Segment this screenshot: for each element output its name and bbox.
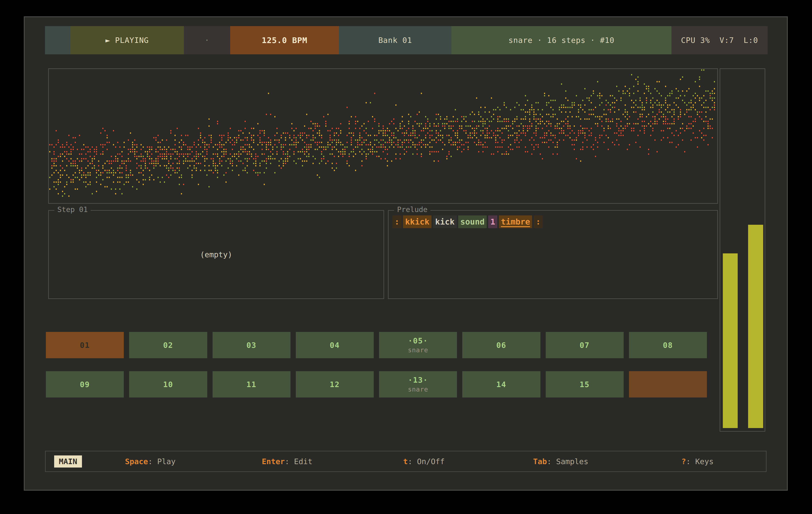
pattern-label: snare · 16 steps · #10 — [509, 36, 614, 44]
step-button-16[interactable] — [629, 371, 707, 397]
transport-label: ► PLAYING — [105, 36, 149, 44]
step-button-10[interactable]: 10 — [129, 371, 207, 397]
step-inspector-empty: (empty) — [49, 211, 383, 298]
step-button-09[interactable]: 09 — [46, 371, 124, 397]
system-stats: CPU 3% V:7 L:0 — [671, 26, 767, 54]
step-number: 02 — [163, 341, 173, 350]
step-number: ·13· — [408, 375, 428, 384]
step-number: 03 — [246, 341, 256, 350]
step-button-08[interactable]: 08 — [629, 332, 707, 358]
step-number: ·05· — [408, 336, 428, 345]
event-scatter-canvas — [49, 69, 717, 203]
step-button-11[interactable]: 11 — [212, 371, 290, 397]
app-window: ► PLAYING · 125.0 BPM Bank 01 snare · 16… — [24, 16, 788, 491]
prelude-token-3[interactable]: kick — [433, 215, 457, 228]
bpm-label: 125.0 BPM — [262, 36, 308, 45]
vu-meter-panel — [720, 68, 765, 432]
step-number: 10 — [163, 380, 173, 389]
prelude-token-7[interactable]: : — [533, 215, 543, 228]
bpm-display[interactable]: 125.0 BPM — [230, 26, 339, 54]
prelude-panel: Prelude :kkickkicksound1timbre: — [388, 210, 718, 299]
step-number: 14 — [496, 380, 506, 389]
top-status-bar: ► PLAYING · 125.0 BPM Bank 01 snare · 16… — [45, 26, 767, 54]
step-number: 07 — [579, 341, 589, 350]
step-button-12[interactable]: 12 — [296, 371, 374, 397]
step-button-06[interactable]: 06 — [462, 332, 540, 358]
event-scatter-panel — [48, 68, 718, 204]
key-hint-edit: Enter: Edit — [219, 457, 355, 466]
prelude-code-line[interactable]: :kkickkicksound1timbre: — [393, 215, 544, 228]
transport-status[interactable]: ► PLAYING — [70, 26, 184, 54]
step-button-13[interactable]: ·13·snare — [379, 371, 457, 397]
step-button-03[interactable]: 03 — [212, 332, 290, 358]
step-button-01[interactable]: 01 — [46, 332, 124, 358]
topbar-dot-segment: · — [184, 26, 230, 54]
prelude-token-6[interactable]: timbre — [499, 215, 532, 228]
prelude-token-4[interactable]: sound — [458, 215, 487, 228]
step-grid: 01020304·05·snare06070809101112·13·snare… — [46, 332, 707, 397]
prelude-token-5[interactable]: 1 — [488, 215, 497, 228]
bank-label: Bank 01 — [378, 36, 412, 44]
key-hint-onoff: t: On/Off — [355, 457, 492, 466]
step-number: 15 — [579, 380, 589, 389]
bank-display[interactable]: Bank 01 — [339, 26, 452, 54]
step-number: 08 — [663, 341, 673, 350]
key-hints: Space: PlayEnter: Editt: On/OffTab: Samp… — [82, 457, 766, 466]
prelude-token-1[interactable]: : — [393, 215, 402, 228]
prelude-token-2[interactable]: kkick — [403, 215, 432, 228]
step-number: 12 — [330, 380, 340, 389]
step-number: 04 — [330, 341, 340, 350]
step-number: 01 — [80, 341, 90, 350]
step-button-04[interactable]: 04 — [296, 332, 374, 358]
step-button-07[interactable]: 07 — [546, 332, 624, 358]
step-button-05[interactable]: ·05·snare — [379, 332, 457, 358]
key-hint-samples: Tab: Samples — [492, 457, 629, 466]
mode-badge: MAIN — [54, 455, 82, 467]
pattern-info[interactable]: snare · 16 steps · #10 — [452, 26, 671, 54]
step-number: 09 — [80, 380, 90, 389]
step-number: 06 — [496, 341, 506, 350]
step-button-02[interactable]: 02 — [129, 332, 207, 358]
key-hint-play: Space: Play — [82, 457, 219, 466]
prelude-title: Prelude — [394, 205, 430, 214]
step-button-15[interactable]: 15 — [546, 371, 624, 397]
step-sample-name: snare — [408, 346, 428, 354]
key-hint-keys: ?: Keys — [629, 457, 766, 466]
step-button-14[interactable]: 14 — [462, 371, 540, 397]
dot-indicator: · — [205, 36, 210, 44]
footer-bar: MAIN Space: PlayEnter: Editt: On/OffTab:… — [45, 451, 766, 472]
stats-label: CPU 3% V:7 L:0 — [681, 36, 758, 44]
vu-meter-bar-2 — [748, 225, 763, 428]
step-number: 11 — [246, 380, 256, 389]
topbar-lead-segment — [45, 26, 70, 54]
vu-meter-bar-1 — [723, 253, 738, 428]
step-inspector-panel: Step 01 (empty) — [48, 210, 384, 299]
step-sample-name: snare — [408, 386, 428, 393]
